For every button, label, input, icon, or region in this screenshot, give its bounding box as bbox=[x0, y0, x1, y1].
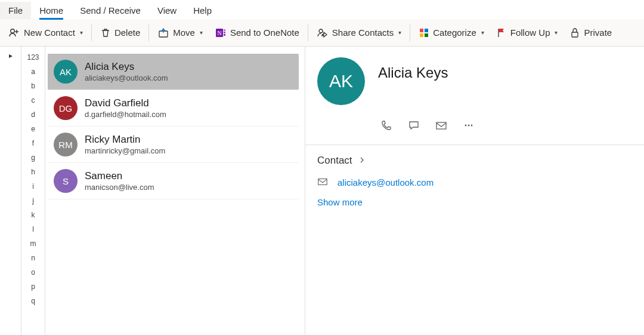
section-divider bbox=[305, 145, 644, 145]
avatar: RM bbox=[54, 133, 78, 156]
more-icon[interactable] bbox=[463, 119, 475, 131]
menu-help[interactable]: Help bbox=[185, 2, 220, 19]
workspace: ▸ 123abcdefghijklmnopq AKAlicia Keysalic… bbox=[0, 47, 644, 335]
contact-name: Sameen bbox=[85, 170, 154, 182]
svg-rect-6 bbox=[224, 29, 225, 31]
chat-icon[interactable] bbox=[408, 119, 420, 131]
svg-rect-15 bbox=[436, 122, 446, 129]
menu-bar: File Home Send / Receive View Help bbox=[0, 0, 644, 19]
alpha-index-item[interactable]: 123 bbox=[21, 50, 45, 64]
follow-up-button[interactable]: Follow Up ▾ bbox=[490, 25, 564, 41]
alpha-index-item[interactable]: c bbox=[21, 93, 45, 107]
avatar: S bbox=[54, 169, 78, 193]
svg-text:N: N bbox=[217, 30, 221, 36]
categorize-button[interactable]: Categorize ▾ bbox=[413, 25, 490, 41]
show-more-link[interactable]: Show more bbox=[317, 197, 363, 207]
flag-icon bbox=[496, 27, 507, 38]
alpha-index-item[interactable]: f bbox=[21, 136, 45, 150]
move-label: Move bbox=[173, 27, 195, 38]
menu-home[interactable]: Home bbox=[31, 2, 72, 19]
contact-row[interactable]: SSameenmanicson@live.com bbox=[48, 163, 299, 199]
contact-row[interactable]: AKAlicia Keysaliciakeys@outlook.com bbox=[48, 54, 299, 90]
alpha-index-item[interactable]: h bbox=[21, 165, 45, 179]
onenote-icon: N bbox=[215, 27, 227, 39]
contact-text: Alicia Keysaliciakeys@outlook.com bbox=[85, 61, 168, 82]
send-onenote-button[interactable]: N Send to OneNote bbox=[209, 24, 305, 41]
contact-text: Sameenmanicson@live.com bbox=[85, 170, 154, 192]
alpha-index-item[interactable]: d bbox=[21, 107, 45, 122]
share-contacts-icon bbox=[317, 27, 329, 39]
follow-up-label: Follow Up bbox=[510, 27, 550, 38]
contact-name: Ricky Martin bbox=[85, 134, 165, 146]
nav-pane-collapsed: ▸ bbox=[0, 47, 21, 335]
menu-send-receive[interactable]: Send / Receive bbox=[72, 2, 149, 19]
share-contacts-button[interactable]: Share Contacts ▾ bbox=[311, 24, 407, 41]
contact-email: aliciakeys@outlook.com bbox=[85, 73, 168, 82]
expand-nav-icon[interactable]: ▸ bbox=[9, 51, 13, 335]
lock-icon bbox=[569, 27, 580, 38]
alpha-index-item[interactable]: q bbox=[21, 294, 45, 308]
move-icon bbox=[157, 27, 169, 39]
menu-view[interactable]: View bbox=[149, 2, 185, 19]
section-title: Contact bbox=[317, 155, 352, 167]
alpha-index: 123abcdefghijklmnopq bbox=[21, 47, 45, 335]
contact-email: d.garfield@hotmail.com bbox=[85, 110, 166, 119]
alpha-index-item[interactable]: n bbox=[21, 251, 45, 265]
ribbon-separator bbox=[410, 24, 410, 41]
avatar: AK bbox=[54, 60, 78, 84]
alpha-index-item[interactable]: i bbox=[21, 179, 45, 193]
mail-outline-icon bbox=[317, 176, 328, 189]
alpha-index-item[interactable]: j bbox=[21, 193, 45, 208]
svg-rect-8 bbox=[224, 34, 225, 36]
alpha-index-item[interactable]: k bbox=[21, 208, 45, 222]
svg-point-18 bbox=[471, 125, 473, 127]
alpha-index-item[interactable]: p bbox=[21, 279, 45, 294]
email-row: aliciakeys@outlook.com bbox=[317, 176, 632, 189]
chevron-down-icon: ▾ bbox=[200, 29, 203, 36]
delete-button[interactable]: Delete bbox=[94, 25, 146, 41]
alpha-index-item[interactable]: e bbox=[21, 122, 45, 136]
svg-rect-13 bbox=[425, 33, 428, 37]
svg-rect-12 bbox=[420, 33, 423, 37]
detail-actions bbox=[380, 119, 632, 131]
alpha-index-item[interactable]: l bbox=[21, 222, 45, 236]
move-button[interactable]: Move ▾ bbox=[151, 24, 209, 41]
contact-section-header[interactable]: Contact bbox=[317, 155, 632, 167]
alpha-index-item[interactable]: m bbox=[21, 236, 45, 251]
menu-file[interactable]: File bbox=[0, 2, 31, 19]
avatar: DG bbox=[54, 96, 78, 120]
svg-point-0 bbox=[11, 29, 14, 32]
contact-row[interactable]: RMRicky Martinmartinricky@gmail.com bbox=[48, 127, 299, 163]
new-contact-label: New Contact bbox=[24, 27, 75, 38]
mail-icon[interactable] bbox=[435, 119, 447, 131]
contact-text: David Garfieldd.garfield@hotmail.com bbox=[85, 97, 166, 119]
ribbon-separator bbox=[91, 24, 92, 41]
alpha-index-item[interactable]: g bbox=[21, 150, 45, 165]
alpha-index-item[interactable]: a bbox=[21, 64, 45, 79]
contact-name: Alicia Keys bbox=[85, 61, 168, 73]
email-link[interactable]: aliciakeys@outlook.com bbox=[338, 177, 434, 188]
private-label: Private bbox=[584, 27, 612, 38]
categorize-label: Categorize bbox=[433, 27, 476, 38]
svg-rect-7 bbox=[224, 32, 225, 33]
new-contact-button[interactable]: New Contact ▾ bbox=[2, 24, 89, 41]
share-contacts-label: Share Contacts bbox=[332, 27, 394, 38]
svg-rect-14 bbox=[572, 32, 578, 37]
contact-list: AKAlicia Keysaliciakeys@outlook.comDGDav… bbox=[45, 47, 305, 335]
svg-rect-10 bbox=[420, 29, 423, 32]
alpha-index-item[interactable]: o bbox=[21, 265, 45, 279]
alpha-index-item[interactable]: b bbox=[21, 79, 45, 93]
contact-text: Ricky Martinmartinricky@gmail.com bbox=[85, 134, 165, 155]
detail-header: AK Alicia Keys bbox=[317, 57, 632, 105]
contact-email: manicson@live.com bbox=[85, 183, 154, 192]
chevron-right-icon bbox=[358, 156, 366, 165]
contact-row[interactable]: DGDavid Garfieldd.garfield@hotmail.com bbox=[48, 90, 299, 127]
detail-name: Alicia Keys bbox=[378, 64, 448, 81]
private-button[interactable]: Private bbox=[564, 25, 618, 41]
ribbon-toolbar: New Contact ▾ Delete Move ▾ N Send to On… bbox=[0, 19, 644, 47]
delete-label: Delete bbox=[114, 27, 140, 38]
chevron-down-icon: ▾ bbox=[398, 29, 401, 36]
chevron-down-icon: ▾ bbox=[555, 29, 558, 36]
chevron-down-icon: ▾ bbox=[481, 29, 484, 36]
phone-icon[interactable] bbox=[380, 119, 392, 131]
